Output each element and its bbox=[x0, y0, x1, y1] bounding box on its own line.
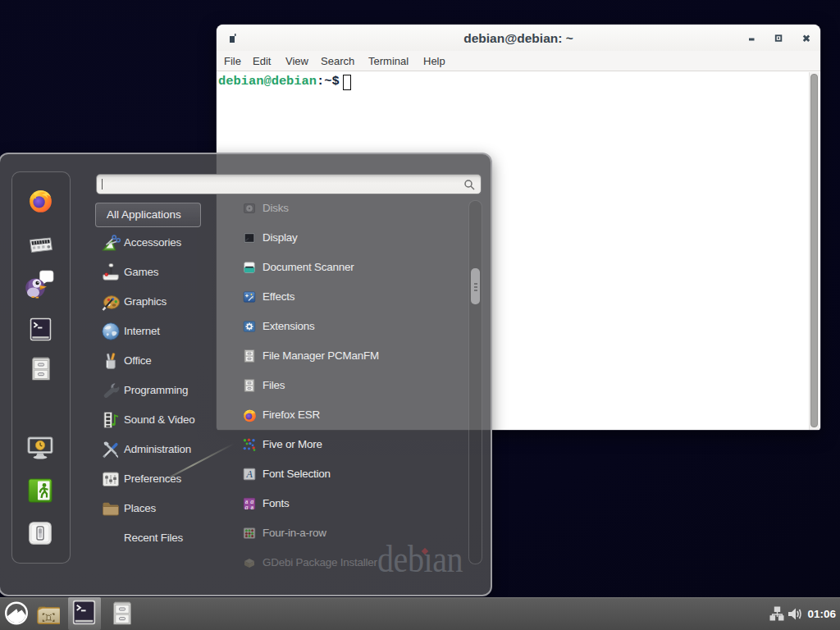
svg-text:a: a bbox=[250, 504, 253, 510]
svg-text:A: A bbox=[246, 468, 253, 480]
svg-text:a: a bbox=[245, 504, 249, 510]
